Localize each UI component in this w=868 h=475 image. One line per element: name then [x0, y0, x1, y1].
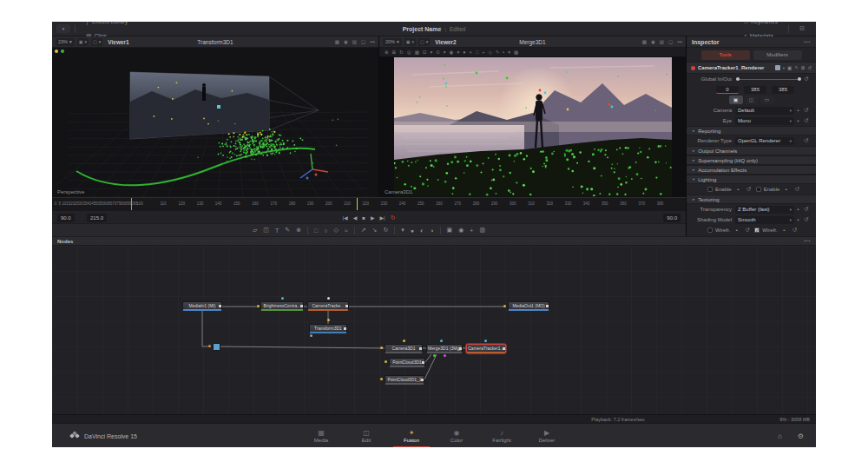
global-length-field[interactable]: 385 [772, 86, 794, 94]
tool-icon-0[interactable]: ▱ [253, 227, 257, 234]
current-frame-field[interactable]: 90.0 [663, 214, 681, 222]
3d-view-tool-icon-16[interactable]: ✎ [496, 49, 500, 55]
3d-view-tool-icon-9[interactable]: ◉ [450, 49, 454, 55]
keyframe-dot[interactable]: • [794, 108, 802, 113]
tool-icon-12[interactable]: ▾ [401, 227, 404, 234]
inspector-node-header[interactable]: CameraTracker1_Renderer ▾ ▣✎⊠↺ [687, 62, 816, 74]
tool-icon-17[interactable]: ◉ [458, 227, 464, 234]
home-icon[interactable]: ⌂ [778, 432, 782, 440]
options-icon[interactable]: ••• [804, 239, 811, 243]
node-cameratracker1-renderer[interactable]: CameraTracker1... [466, 344, 506, 353]
reset-icon[interactable]: ↺ [802, 107, 811, 114]
renderer-type-select[interactable]: OpenGL Renderer▾ [735, 137, 794, 145]
keyframe-dot[interactable]: • [733, 228, 740, 233]
renderer-view-tab-0[interactable]: ▣ [729, 96, 743, 104]
renderer-view-tab-1[interactable]: ◫ [745, 96, 759, 104]
keyframe-dot[interactable]: • [782, 187, 790, 192]
page-tab-fusion[interactable]: ✦Fusion [389, 424, 434, 447]
viewer-1-header-icon-4[interactable]: ••• [370, 39, 375, 44]
3d-view-tool-icon-19[interactable]: ▦ [514, 49, 518, 55]
node-merge3d1[interactable]: Merge3D1 (3Mg) [426, 344, 463, 353]
panel-menu-button[interactable]: ▾ [56, 24, 70, 33]
keyframe-dot[interactable]: • [780, 228, 788, 233]
node-header-icon-0[interactable]: ▣ [787, 65, 792, 70]
3d-view-tool-icon-4[interactable]: ▦ [415, 49, 419, 55]
node-tile-swatch[interactable] [775, 65, 780, 70]
clean-feed-button[interactable]: ⊟ [793, 22, 811, 36]
section-reporting[interactable]: ▸ Reporting [687, 126, 816, 135]
tool-icon-7[interactable]: ◇ [333, 227, 338, 234]
wireframe-aa-checkbox[interactable]: ✓ [754, 228, 760, 233]
viewer-1-header-icon-1[interactable]: ◉ [344, 39, 348, 44]
reset-icon[interactable]: ↺ [791, 227, 799, 234]
tool-icon-4[interactable]: ⊗ [296, 227, 301, 234]
page-tab-deliver[interactable]: ▶Deliver [524, 424, 569, 447]
time-ruler[interactable]: 0510152025303540455055606570758085909510… [52, 197, 686, 210]
go-to-end-button[interactable]: ▶| [380, 214, 385, 221]
tool-icon-2[interactable]: T [275, 228, 279, 234]
node-mediaout1[interactable]: MediaOut1 (MO) [508, 301, 549, 311]
viewer-2-header-icon-3[interactable]: ▢ [668, 39, 673, 44]
slider-handle-out[interactable] [798, 77, 801, 81]
3d-view-tool-icon-8[interactable]: ▾ [444, 49, 446, 55]
playhead[interactable] [131, 198, 132, 211]
viewer-2-header-icon-0[interactable]: ▦ [642, 39, 647, 44]
tool-icon-10[interactable]: ↘ [372, 227, 378, 234]
play-button[interactable]: ▶ [371, 214, 375, 221]
viewer-1-channel-select[interactable]: ▣▾ [77, 38, 89, 46]
node-mediain1[interactable]: MediaIn1 (MI) [182, 301, 222, 311]
lighting-enable-checkbox[interactable] [707, 187, 713, 192]
tool-icon-11[interactable]: ↻ [383, 227, 388, 234]
shading-model-select[interactable]: Smooth▾ [735, 216, 794, 224]
keyframe-dot[interactable]: • [794, 217, 802, 222]
section-lighting[interactable]: ▾ Lighting [687, 175, 816, 184]
reset-icon[interactable]: ↺ [802, 76, 811, 82]
3d-view-tool-icon-0[interactable]: ⊕ [385, 49, 389, 55]
3d-view-tool-icon-5[interactable]: ⊡ [423, 49, 427, 55]
reset-icon[interactable]: ↺ [745, 186, 753, 193]
viewer-1-viewport[interactable]: Perspective [52, 48, 378, 197]
viewer-2-channel-select[interactable]: ▣▾ [404, 38, 416, 46]
viewer-1-header-icon-0[interactable]: ▦ [335, 39, 339, 44]
renderer-view-tab-2[interactable]: ▭ [760, 96, 774, 104]
viewer-1-header-icon-3[interactable]: ▢ [361, 39, 365, 44]
viewer-2-header-icon-1[interactable]: ◉ [651, 39, 655, 44]
global-out-field[interactable]: 385 [744, 86, 766, 94]
viewer-1-header-icon-2[interactable]: ▤ [352, 39, 357, 44]
section-supersampling[interactable]: ▸ Supersampling (HiQ only) [687, 155, 816, 165]
tool-icon-19[interactable]: ▥ [479, 227, 485, 234]
tool-icon-1[interactable]: ◫ [263, 227, 269, 234]
node-header-icon-3[interactable]: ↺ [807, 65, 812, 70]
3d-view-tool-icon-17[interactable]: ▪ [503, 49, 504, 55]
reset-icon[interactable]: ↺ [743, 227, 752, 234]
section-output-channels[interactable]: ▸ Output Channels [687, 146, 816, 155]
tool-icon-18[interactable]: + [470, 228, 473, 234]
3d-view-tool-icon-12[interactable]: ⋄ [470, 49, 472, 55]
section-accumulation-effects[interactable]: ▸ Accumulation Effects [687, 165, 816, 175]
reset-icon[interactable]: ↺ [802, 216, 811, 223]
3d-view-tool-icon-6[interactable]: ▾ [430, 49, 432, 55]
keyframe-dot[interactable]: • [794, 207, 802, 212]
tool-icon-3[interactable]: ✎ [285, 227, 290, 234]
node-camera3d1[interactable]: Camera3D1 [385, 344, 423, 353]
step-back-button[interactable]: ◀ [353, 214, 358, 221]
viewer-2-lut-select[interactable]: ▢▾ [418, 38, 430, 46]
eye-select[interactable]: Mono▾ [735, 117, 794, 125]
node-cameratracker[interactable]: CameraTracke... [307, 301, 349, 311]
wireframe-checkbox[interactable] [707, 228, 713, 233]
shadows-enable-checkbox[interactable] [756, 187, 761, 192]
tool-icon-13[interactable]: ● [411, 228, 414, 234]
keyframe-dot[interactable]: • [794, 118, 802, 123]
viewer-2-viewport[interactable]: Camera3D1 [379, 57, 686, 197]
options-icon[interactable]: ••• [804, 40, 811, 44]
reset-icon[interactable]: ↺ [802, 117, 811, 124]
topbar-effects-library-button[interactable]: ƒEffects Library [80, 22, 134, 29]
tool-icon-8[interactable]: ≈ [345, 228, 348, 234]
settings-gear-icon[interactable]: ⚙ [798, 432, 804, 440]
tool-icon-9[interactable]: ↗ [361, 227, 366, 234]
viewer-2-header-icon-4[interactable]: ••• [677, 39, 682, 44]
viewer-1-lut-select[interactable]: ▢▾ [91, 38, 102, 46]
page-tab-fairlight[interactable]: ♪Fairlight [479, 424, 524, 447]
page-tab-media[interactable]: ▦Media [299, 424, 344, 447]
tab-tools[interactable]: Tools [701, 50, 750, 60]
